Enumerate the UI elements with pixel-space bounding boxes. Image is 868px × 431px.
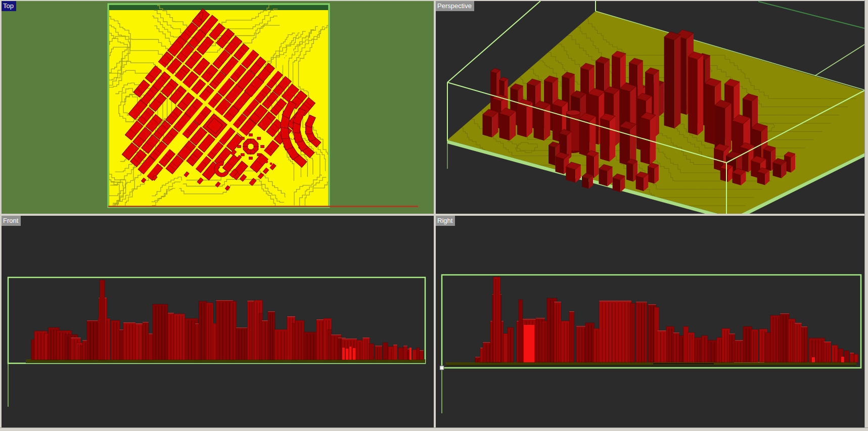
- window-border-bottom: [0, 427, 868, 431]
- viewport-label-top[interactable]: Top: [2, 1, 16, 11]
- perspective-view-canvas: [436, 1, 864, 214]
- viewport-perspective[interactable]: Perspective: [436, 1, 864, 214]
- application-window: Top Perspective Front Right: [0, 0, 868, 431]
- viewport-splitter-horizontal[interactable]: [0, 214, 868, 216]
- viewport-front[interactable]: Front: [2, 216, 434, 427]
- window-border-top: [0, 0, 868, 1]
- top-view-canvas: [2, 1, 434, 214]
- window-border-right: [864, 0, 868, 431]
- viewport-right[interactable]: Right: [436, 216, 864, 427]
- front-view-canvas: [2, 216, 434, 427]
- right-view-canvas: [436, 216, 864, 427]
- viewport-top[interactable]: Top: [2, 1, 434, 214]
- viewport-label-perspective[interactable]: Perspective: [436, 1, 474, 11]
- selection-handle[interactable]: [440, 366, 444, 370]
- viewport-label-right[interactable]: Right: [436, 216, 455, 226]
- front-skyline: [8, 277, 425, 407]
- right-skyline: [440, 275, 861, 413]
- viewport-label-front[interactable]: Front: [2, 216, 21, 226]
